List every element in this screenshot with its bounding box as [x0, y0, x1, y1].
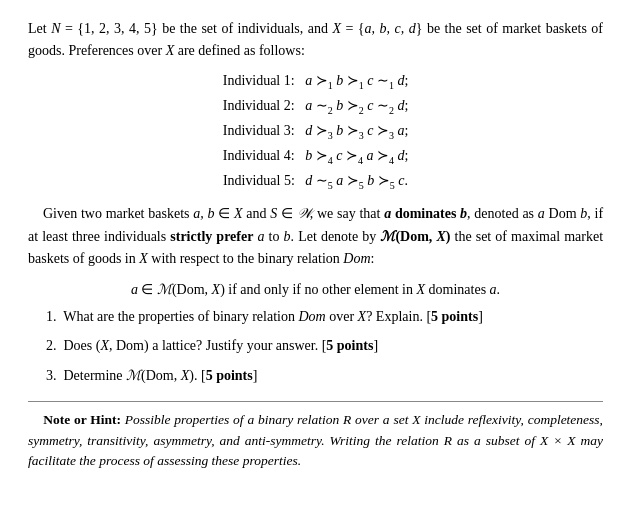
dom-definition-line: a ∈ ℳ(Dom, X) if and only if no other el…: [28, 281, 603, 298]
individual-2: Individual 2: a ∼2 b ≻2 c ∼2 d;: [28, 94, 603, 119]
intro-paragraph: Let N = {1, 2, 3, 4, 5} be the set of in…: [28, 18, 603, 61]
intro-line1: Let N = {1, 2, 3, 4, 5} be the set of in…: [28, 21, 603, 58]
questions-section: 1. What are the properties of binary rel…: [28, 306, 603, 387]
question-2: 2. Does (X, Dom) a lattice? Justify your…: [46, 335, 603, 357]
individual-4: Individual 4: b ≻4 c ≻4 a ≻4 d;: [28, 144, 603, 169]
question-3: 3. Determine ℳ(Dom, X). [5 points]: [46, 365, 603, 387]
question-1: 1. What are the properties of binary rel…: [46, 306, 603, 328]
given-paragraph: Given two market baskets a, b ∈ X and S …: [28, 203, 603, 270]
individual-5: Individual 5: d ∼5 a ≻5 b ≻5 c.: [28, 169, 603, 194]
individuals-block: Individual 1: a ≻1 b ≻1 c ∼1 d; Individu…: [28, 69, 603, 193]
individual-1: Individual 1: a ≻1 b ≻1 c ∼1 d;: [28, 69, 603, 94]
individual-3: Individual 3: d ≻3 b ≻3 c ≻3 a;: [28, 119, 603, 144]
note-block: Note or Hint: Possible properties of a b…: [28, 401, 603, 473]
